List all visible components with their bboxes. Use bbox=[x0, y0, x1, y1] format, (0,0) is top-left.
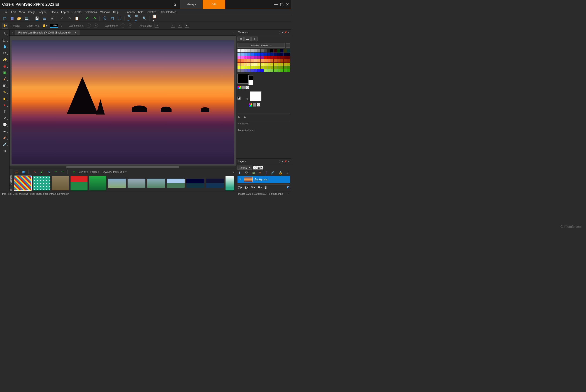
color-swatch[interactable] bbox=[270, 50, 273, 52]
menu-ui[interactable]: User Interface bbox=[159, 10, 177, 14]
resize-icon[interactable]: ⛶ bbox=[117, 16, 122, 21]
zoomout-icon[interactable]: 🔍− bbox=[127, 16, 132, 21]
color-swatch[interactable] bbox=[277, 69, 280, 72]
color-swatch[interactable] bbox=[238, 63, 241, 66]
color-swatch[interactable] bbox=[264, 56, 267, 59]
pencil-tool[interactable]: ✎▸ bbox=[1, 89, 9, 95]
color-swatch[interactable] bbox=[277, 56, 280, 59]
maximize-button[interactable]: ▢ bbox=[280, 2, 284, 7]
mod2-sw-1[interactable] bbox=[249, 103, 252, 106]
color-swatch[interactable] bbox=[244, 59, 247, 62]
lay-ico-1[interactable]: ⬇ bbox=[238, 171, 241, 174]
color-swatch[interactable] bbox=[274, 56, 277, 59]
color-swatch[interactable] bbox=[244, 50, 247, 52]
color-swatch[interactable] bbox=[287, 59, 290, 62]
color-swatch[interactable] bbox=[251, 53, 254, 56]
all-tools-toggle[interactable]: ✓ All tools bbox=[238, 121, 290, 126]
lay-ico-7[interactable]: 🔒 bbox=[279, 171, 282, 174]
mask-icon[interactable]: 👁▾ bbox=[251, 186, 255, 189]
color-swatch[interactable] bbox=[280, 69, 283, 72]
pal-float-icon[interactable]: ▢ bbox=[279, 31, 281, 34]
thumb[interactable] bbox=[128, 178, 145, 188]
color-swatch[interactable] bbox=[267, 59, 270, 62]
color-swatch[interactable] bbox=[241, 66, 244, 69]
color-swatch[interactable] bbox=[287, 63, 290, 66]
color-swatch[interactable] bbox=[261, 63, 264, 66]
thumb[interactable] bbox=[206, 178, 224, 188]
menu-view[interactable]: View bbox=[18, 10, 26, 14]
color-swatch[interactable] bbox=[247, 66, 250, 69]
lay-ico-6[interactable]: 🔗 bbox=[271, 171, 275, 174]
color-swatch[interactable] bbox=[238, 66, 241, 69]
status-grip-icon[interactable]: .: bbox=[288, 192, 289, 195]
scrollbar-thumb[interactable] bbox=[66, 166, 179, 168]
color-swatch[interactable] bbox=[244, 53, 247, 56]
new-layer-icon[interactable]: ▢▾ bbox=[238, 186, 242, 189]
thumb[interactable] bbox=[89, 176, 106, 190]
color-swatch[interactable] bbox=[264, 69, 267, 72]
speech-tool[interactable]: 💬▸ bbox=[1, 122, 9, 128]
color-swatch[interactable] bbox=[254, 59, 257, 62]
rotate-left-icon[interactable]: ↶ bbox=[85, 16, 90, 21]
color-swatch[interactable] bbox=[254, 69, 257, 72]
color-swatch[interactable] bbox=[247, 56, 250, 59]
thumb[interactable] bbox=[108, 178, 126, 188]
pal-pin-icon[interactable]: 📌 bbox=[284, 31, 287, 34]
color-swatch[interactable] bbox=[238, 69, 241, 72]
color-swatch[interactable] bbox=[284, 63, 287, 66]
menu-window[interactable]: Window bbox=[99, 10, 111, 14]
dodge-tool[interactable]: ●▸ bbox=[1, 102, 9, 108]
canvas-area[interactable] bbox=[10, 36, 236, 168]
menu-palettes[interactable]: Palettes bbox=[146, 10, 158, 14]
color-swatch[interactable] bbox=[261, 66, 264, 69]
mat-tab-1[interactable]: ▦ bbox=[238, 36, 244, 41]
mod-sw-2[interactable] bbox=[241, 86, 245, 89]
tab-next-icon[interactable]: › bbox=[232, 31, 235, 34]
undo-icon[interactable]: ↶ bbox=[60, 16, 65, 21]
color-swatch[interactable] bbox=[287, 50, 290, 52]
mod2-sw-3[interactable] bbox=[257, 103, 260, 106]
color-swatch[interactable] bbox=[257, 50, 260, 52]
delete-icon[interactable]: 🗑 bbox=[264, 186, 267, 189]
lay-pin-icon[interactable]: 📌 bbox=[284, 160, 287, 162]
thumb[interactable] bbox=[52, 176, 69, 190]
layout-tool[interactable]: ▣▸ bbox=[1, 70, 9, 75]
lay-ico-2[interactable]: 🛡 bbox=[245, 171, 248, 174]
color-swatch[interactable] bbox=[257, 59, 260, 62]
color-swatch[interactable] bbox=[270, 63, 273, 66]
color-swatch[interactable] bbox=[261, 69, 264, 72]
device-icon[interactable]: 💻 bbox=[24, 16, 29, 21]
color-swatch[interactable] bbox=[247, 63, 250, 66]
gradient-tool[interactable]: ◧▸ bbox=[1, 83, 9, 88]
color-swatch[interactable] bbox=[254, 50, 257, 52]
fit3-btn[interactable]: ▣ bbox=[185, 24, 189, 28]
color-swatch[interactable] bbox=[277, 50, 280, 52]
add-tool[interactable]: ⊕ bbox=[1, 148, 9, 154]
color-swatch[interactable] bbox=[257, 53, 260, 56]
color-swatch[interactable] bbox=[270, 66, 273, 69]
zoom-more-out[interactable]: − bbox=[121, 24, 125, 28]
color-swatch[interactable] bbox=[270, 53, 273, 56]
color-swatch[interactable] bbox=[277, 66, 280, 69]
color-swatch[interactable] bbox=[261, 53, 264, 56]
color-swatch[interactable] bbox=[270, 56, 273, 59]
color-swatch[interactable] bbox=[274, 50, 277, 52]
color-swatch[interactable] bbox=[287, 69, 290, 72]
zoom-up[interactable]: ▲ bbox=[61, 24, 62, 26]
thumb[interactable] bbox=[226, 176, 234, 190]
color-swatch[interactable] bbox=[257, 69, 260, 72]
color-swatch[interactable] bbox=[277, 63, 280, 66]
org-collapse-icon[interactable]: ⌄ bbox=[232, 170, 234, 174]
mod-sw-3[interactable] bbox=[245, 86, 249, 89]
close-button[interactable]: ✕ bbox=[286, 2, 289, 7]
fg-alt2-swatch[interactable] bbox=[248, 80, 253, 85]
zoom-value[interactable]: 120 bbox=[50, 24, 58, 28]
layer-row[interactable]: 👁 Background bbox=[238, 176, 290, 183]
thumb[interactable] bbox=[186, 178, 204, 188]
brush-tool[interactable]: 🖌▸ bbox=[1, 76, 9, 82]
menu-help[interactable]: Help bbox=[112, 10, 120, 14]
color-swatch[interactable] bbox=[238, 53, 241, 56]
adjust-layer-icon[interactable]: ◐▾ bbox=[244, 186, 249, 189]
color-swatch[interactable] bbox=[251, 50, 254, 52]
clipboard-icon[interactable]: 📋 bbox=[75, 16, 79, 21]
